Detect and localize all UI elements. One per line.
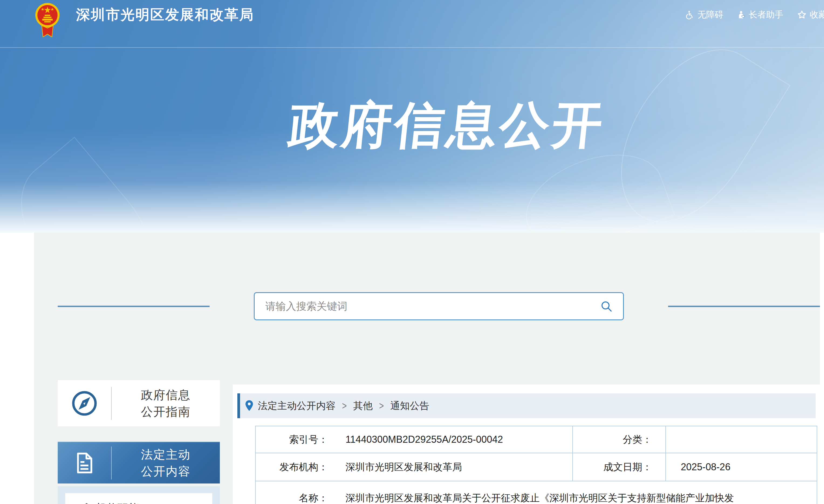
field-label-index: 索引号： — [255, 426, 331, 453]
search-icon[interactable] — [600, 300, 613, 313]
field-label-category: 分类： — [573, 426, 666, 453]
left-decorative-line — [58, 306, 210, 307]
main-panel: 法定主动公开内容 > 其他 > 通知公告 索引号： 11440300MB2D29… — [233, 385, 820, 504]
info-table: 索引号： 11440300MB2D29255A/2025-00042 分类： 发… — [255, 426, 817, 504]
submenu-inner: 机构职能 — [65, 493, 212, 504]
search-row — [58, 291, 820, 321]
banner-divider-line — [0, 47, 824, 48]
field-value-index: 11440300MB2D29255A/2025-00042 — [331, 426, 573, 453]
content-area: 政府信息 公开指南 法定主动 公开内容 — [34, 232, 820, 504]
location-pin-icon — [244, 400, 254, 412]
submenu-panel: 机构职能 — [58, 486, 220, 504]
breadcrumb-item-legal[interactable]: 法定主动公开内容 — [258, 399, 335, 413]
table-row-agency: 发布机构： 深圳市光明区发展和改革局 成文日期： 2025-08-26 — [255, 453, 817, 481]
sidebar-item-guide[interactable]: 政府信息 公开指南 — [58, 380, 220, 426]
breadcrumb-separator: > — [342, 400, 347, 412]
field-label-agency: 发布机构： — [255, 453, 331, 481]
header-links: 无障碍 长者助手 收藏 — [685, 0, 824, 30]
elder-helper-link[interactable]: 长者助手 — [737, 9, 783, 21]
elder-helper-link-label: 长者助手 — [749, 9, 783, 21]
search-input[interactable] — [265, 300, 600, 312]
header-bar: 深圳市光明区发展和改革局 无障碍 长者助手 — [0, 0, 824, 30]
field-value-agency: 深圳市光明区发展和改革局 — [331, 453, 573, 481]
sidebar-item-guide-label: 政府信息 公开指南 — [112, 387, 220, 420]
field-value-category — [666, 426, 817, 453]
compass-icon — [58, 390, 111, 417]
sidebar: 政府信息 公开指南 法定主动 公开内容 — [58, 380, 220, 504]
sidebar-item-legal-label: 法定主动 公开内容 — [112, 446, 220, 480]
star-icon — [797, 10, 807, 20]
national-emblem-icon — [34, 2, 61, 44]
banner: 政府信息公开 — [0, 0, 824, 232]
right-decorative-line — [668, 306, 820, 307]
favorite-link[interactable]: 收藏 — [797, 9, 824, 21]
accessibility-link[interactable]: 无障碍 — [685, 9, 723, 21]
breadcrumb: 法定主动公开内容 > 其他 > 通知公告 — [237, 393, 816, 418]
breadcrumb-item-other[interactable]: 其他 — [353, 399, 373, 413]
accessibility-link-label: 无障碍 — [698, 9, 723, 21]
elder-icon — [737, 10, 746, 19]
gov-building-icon — [82, 502, 92, 504]
favorite-link-label: 收藏 — [810, 9, 824, 21]
submenu-item-label: 机构职能 — [96, 501, 139, 504]
page-title: 政府信息公开 — [287, 99, 608, 150]
field-label-title: 名称： — [255, 481, 331, 504]
table-row-index: 索引号： 11440300MB2D29255A/2025-00042 分类： — [255, 426, 817, 453]
field-value-date: 2025-08-26 — [666, 453, 817, 481]
banner-petal-decoration — [0, 137, 180, 232]
field-value-title: 深圳市光明区发展和改革局关于公开征求废止《深圳市光明区关于支持新型储能产业加快发 — [331, 481, 817, 504]
document-icon — [58, 450, 111, 475]
sidebar-item-legal-disclosure[interactable]: 法定主动 公开内容 — [58, 442, 220, 484]
breadcrumb-item-notices: 通知公告 — [390, 399, 429, 413]
wheelchair-icon — [685, 10, 695, 20]
breadcrumb-separator: > — [379, 400, 384, 412]
field-label-date: 成文日期： — [573, 453, 666, 481]
agency-title: 深圳市光明区发展和改革局 — [76, 0, 254, 30]
search-box — [254, 292, 624, 320]
submenu-item-org[interactable]: 机构职能 — [82, 501, 212, 504]
table-row-title: 名称： 深圳市光明区发展和改革局关于公开征求废止《深圳市光明区关于支持新型储能产… — [255, 481, 817, 504]
